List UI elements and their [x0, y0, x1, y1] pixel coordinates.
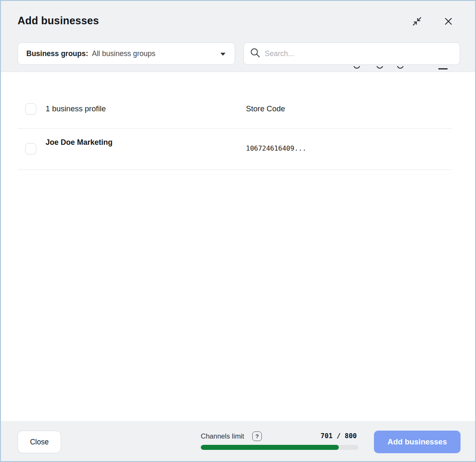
- search-box: [243, 42, 460, 65]
- clipped-icon: [376, 66, 383, 69]
- collapse-icon: [412, 16, 422, 28]
- channels-limit-label: Channels limit: [201, 432, 244, 440]
- clipped-scrolled-row: PLANNING AN W H A W AI: [1, 66, 475, 72]
- divider: [18, 169, 452, 170]
- close-button[interactable]: Close: [18, 431, 61, 453]
- clipped-icon: [438, 68, 448, 69]
- row-checkbox[interactable]: [25, 143, 36, 154]
- channels-limit-progress: [201, 445, 358, 450]
- add-businesses-button[interactable]: Add businesses: [374, 431, 461, 453]
- clipped-icon: [397, 66, 404, 69]
- channels-usage-count: 701 / 800: [320, 432, 357, 440]
- business-groups-label: Business groups:: [26, 49, 88, 58]
- close-dialog-button[interactable]: [443, 16, 454, 28]
- channels-progress-fill: [201, 445, 339, 450]
- select-all-checkbox[interactable]: [25, 103, 36, 115]
- store-code-column-header: Store Code: [246, 104, 285, 113]
- help-icon[interactable]: ?: [252, 431, 262, 441]
- add-businesses-dialog: Add businesses Business groups: All busi…: [0, 0, 476, 462]
- clipped-icon: [353, 66, 360, 69]
- clipped-row-text: PLANNING AN W H A W AI: [6, 66, 108, 67]
- store-code-value: 106724616409...: [246, 144, 307, 152]
- business-groups-value: All business groups: [92, 49, 156, 58]
- search-input[interactable]: [265, 49, 454, 58]
- divider: [18, 128, 452, 129]
- dialog-header: Add businesses Business groups: All busi…: [1, 1, 475, 72]
- chevron-down-icon: [220, 53, 225, 56]
- business-name[interactable]: Joe Doe Marketing: [46, 138, 113, 147]
- search-icon: [250, 47, 265, 60]
- close-icon: [444, 17, 453, 27]
- dialog-title: Add businesses: [18, 15, 99, 27]
- collapse-button[interactable]: [411, 16, 423, 28]
- business-groups-dropdown[interactable]: Business groups: All business groups: [18, 42, 235, 65]
- profiles-count-label: 1 business profile: [46, 104, 106, 113]
